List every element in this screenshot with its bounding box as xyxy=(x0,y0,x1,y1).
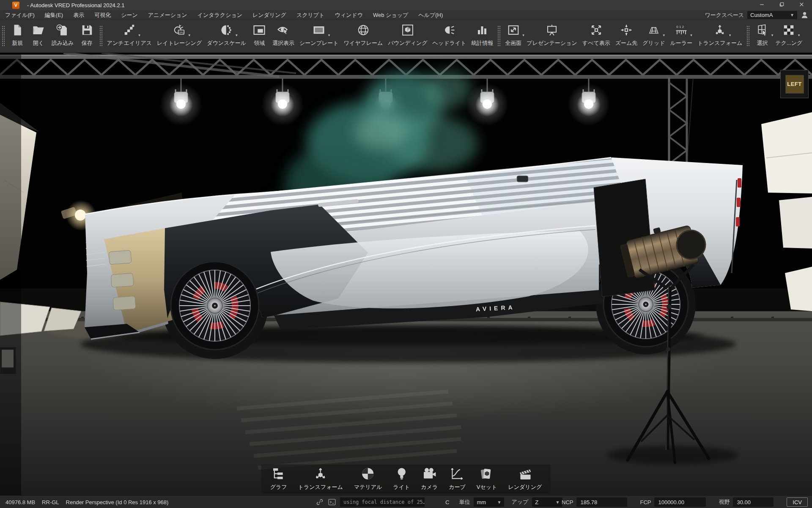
toolbar-button-ruler[interactable]: 0 1 2▾ ルーラー xyxy=(668,21,695,52)
menu-item-view[interactable]: 表示 xyxy=(68,10,89,20)
dock-button-graph[interactable]: グラフ xyxy=(266,467,291,491)
toolbar-button-save[interactable]: 保存 xyxy=(77,21,98,52)
toolbar-button-show-selection[interactable]: 選択表示 xyxy=(270,21,297,52)
ncp-input[interactable]: 185.78 xyxy=(576,497,627,507)
close-button[interactable] xyxy=(792,0,812,10)
vred-application-window: V - Autodesk VRED Professional 2024.2.1 … xyxy=(0,0,812,508)
menu-item-animation[interactable]: アニメーション xyxy=(143,10,192,20)
dropdown-caret-icon[interactable]: ▾ xyxy=(138,33,140,37)
vred-logo-letter: V xyxy=(14,3,17,8)
icv-button[interactable]: ICV xyxy=(787,497,808,507)
link-icon[interactable] xyxy=(315,498,324,506)
menu-item-visualization[interactable]: 可視化 xyxy=(89,10,116,20)
toolbar-label: 保存 xyxy=(82,39,93,47)
toolbar-grip-handle[interactable] xyxy=(2,25,5,47)
minimize-button[interactable] xyxy=(752,0,772,10)
toolbar-button-texturing[interactable]: ▾ テク...ング xyxy=(773,21,805,52)
ncp-value: 185.78 xyxy=(580,499,597,505)
toolbar-label: 選択 xyxy=(757,39,768,47)
vred-logo-icon: V xyxy=(12,2,19,9)
toolbar-button-bounding[interactable]: バウンディング xyxy=(385,21,430,52)
toolbar-button-import[interactable]: 読み込み xyxy=(49,21,77,52)
c-indicator: C xyxy=(445,499,449,505)
console-message-field[interactable]: using focal distance of 25… xyxy=(340,497,425,507)
toolbar-button-antialias[interactable]: ▾ アンチエイリアス xyxy=(104,21,154,52)
menu-item-file[interactable]: ファイル(F) xyxy=(0,10,40,20)
sceneplate-icon: ▾ xyxy=(311,22,327,38)
dropdown-caret-icon[interactable]: ▾ xyxy=(798,33,800,37)
statusbar-right: NCP 185.78 FCP 100000.00 視野 30.00 ICV xyxy=(562,496,808,508)
menu-item-help[interactable]: ヘルプ(H) xyxy=(413,10,448,20)
menu-item-window[interactable]: ウィンドウ xyxy=(329,10,368,20)
fov-label: 視野 xyxy=(719,498,730,506)
toolbar-button-zoom-to[interactable]: ズーム先 xyxy=(613,21,640,52)
fcp-input[interactable]: 100000.00 xyxy=(654,497,706,507)
workspace-select[interactable]: CustomA ▼ xyxy=(747,11,797,19)
toolbar-button-transform[interactable]: ▾ トランスフォーム xyxy=(695,21,745,52)
orientation-face-label[interactable]: LEFT xyxy=(785,75,804,94)
fcp-label: FCP xyxy=(640,499,651,505)
dock-button-transform[interactable]: トランスフォーム xyxy=(294,467,347,491)
unit-select[interactable]: mm ▼ xyxy=(474,497,504,507)
render-viewport[interactable]: AVIERA xyxy=(0,53,812,495)
window-title: - Autodesk VRED Professional 2024.2.1 xyxy=(27,2,125,8)
toolbar-button-region[interactable]: 領域 xyxy=(249,21,270,52)
toolbar-button-grid[interactable]: ▾ グリッド xyxy=(640,21,667,52)
toolbar-label: 統計情報 xyxy=(471,39,493,47)
toolbar-button-view-all[interactable]: すべて表示 xyxy=(580,21,613,52)
terminal-icon[interactable] xyxy=(328,498,336,506)
dock-button-camera[interactable]: カメラ xyxy=(417,467,442,491)
dropdown-caret-icon[interactable]: ▾ xyxy=(236,33,238,37)
dropdown-caret-icon[interactable]: ▾ xyxy=(189,33,191,37)
fullscreen-icon: ▾ xyxy=(505,22,521,38)
view-all-icon xyxy=(588,22,604,38)
dock-button-vset[interactable]: Vセット xyxy=(473,467,501,491)
toolbar-button-statistics[interactable]: 統計情報 xyxy=(469,21,496,52)
toolbar-button-open[interactable]: 開く xyxy=(28,21,49,52)
toolbar-label: グリッド xyxy=(642,39,665,47)
chevron-down-icon: ▼ xyxy=(497,500,501,505)
minimize-icon xyxy=(758,1,767,9)
dock-button-material[interactable]: マテリアル xyxy=(350,467,386,491)
dock-button-light[interactable]: ライト xyxy=(389,467,414,491)
fov-input[interactable]: 30.00 xyxy=(733,497,774,507)
toolbar-label: 開く xyxy=(33,39,44,47)
dropdown-caret-icon[interactable]: ▾ xyxy=(729,33,731,37)
toolbar-grip-handle[interactable] xyxy=(497,25,501,47)
toolbar-button-wireframe[interactable]: ワイヤフレーム xyxy=(341,21,386,52)
dock-button-curve[interactable]: カーブ xyxy=(445,467,469,491)
dock-button-rendering[interactable]: レンダリング xyxy=(504,467,546,491)
toolbar-button-new[interactable]: 新規 xyxy=(7,21,28,52)
menu-item-interaction[interactable]: インタラクション xyxy=(192,10,247,20)
region-icon xyxy=(251,22,267,38)
toolbar-button-headlight[interactable]: ヘッドライト xyxy=(430,21,469,52)
dropdown-caret-icon[interactable]: ▾ xyxy=(328,33,330,37)
toolbar-button-downscale[interactable]: ▾ ダウンスケール xyxy=(204,21,249,52)
toolbar-button-raytracing[interactable]: CPU▾ レイトレーシング xyxy=(154,21,204,52)
user-account-icon[interactable] xyxy=(801,11,809,19)
menu-item-webshop[interactable]: Web ショップ xyxy=(368,10,413,20)
render-clapperboard-icon xyxy=(518,467,532,483)
maximize-icon xyxy=(778,1,787,9)
menu-item-edit[interactable]: 編集(E) xyxy=(40,10,68,20)
toolbar-button-sceneplate[interactable]: ▾ シーンプレート xyxy=(297,21,341,52)
dropdown-caret-icon[interactable]: ▾ xyxy=(663,33,665,37)
statistics-bars-icon xyxy=(474,22,490,38)
toolbar-button-select[interactable]: ▾ 選択 xyxy=(752,21,773,52)
toolbar-button-presentation[interactable]: プレゼンテーション xyxy=(524,21,579,52)
toolbar-button-fullscreen[interactable]: ▾ 全画面 xyxy=(502,21,524,52)
up-axis-select[interactable]: Z ▼ xyxy=(532,497,562,507)
maximize-button[interactable] xyxy=(772,0,792,10)
dock-label: カーブ xyxy=(449,483,466,491)
menu-item-script[interactable]: スクリプト xyxy=(291,10,330,20)
toolbar-grip-handle[interactable] xyxy=(99,25,103,47)
titlebar: V - Autodesk VRED Professional 2024.2.1 xyxy=(0,0,812,10)
ruler-icon: 0 1 2▾ xyxy=(673,22,689,38)
orientation-cube[interactable]: LEFT xyxy=(780,70,809,98)
menu-item-rendering[interactable]: レンダリング xyxy=(247,10,291,20)
unit-label: 単位 xyxy=(459,498,470,506)
toolbar-grip-handle[interactable] xyxy=(746,25,750,47)
menu-item-scene[interactable]: シーン xyxy=(116,10,143,20)
svg-text:0 1 2: 0 1 2 xyxy=(676,25,684,29)
dropdown-caret-icon[interactable]: ▾ xyxy=(690,33,692,37)
